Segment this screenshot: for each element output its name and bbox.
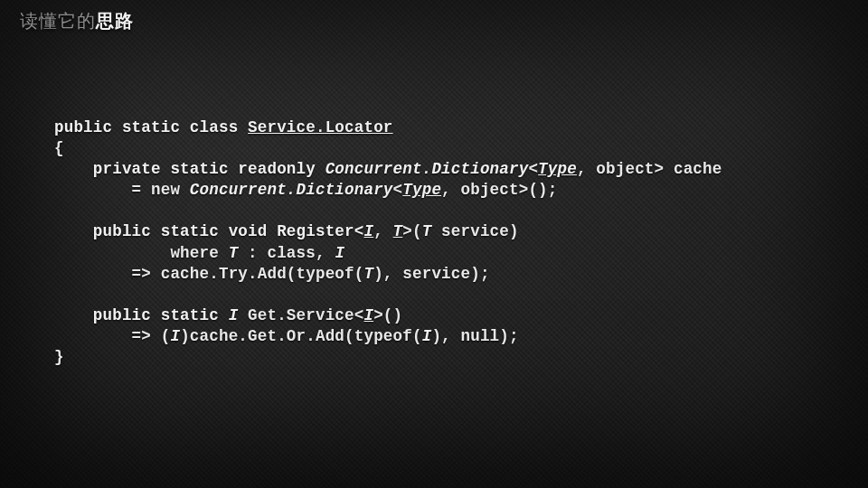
type: Concurrent.Dictionary xyxy=(326,160,529,178)
type: Concurrent.Dictionary xyxy=(190,181,393,199)
type-param: I xyxy=(363,222,373,240)
txt: )cache.Get.Or.Add(typeof( xyxy=(180,327,422,345)
type: I xyxy=(335,244,344,262)
type: T xyxy=(422,222,432,240)
txt: service) xyxy=(431,222,518,240)
punct: , xyxy=(373,222,392,240)
code-line-12: } xyxy=(54,348,64,366)
txt: ), service); xyxy=(373,265,489,283)
txt: => ( xyxy=(54,327,170,345)
txt: where xyxy=(54,244,229,262)
code-line-2: { xyxy=(54,139,64,157)
txt: => cache.Try.Add(typeof( xyxy=(54,265,363,283)
slide: 读懂它的思路 public static class Service.Locat… xyxy=(0,0,868,488)
code-line-3: private static readonly Concurrent.Dicti… xyxy=(54,160,722,178)
type: T xyxy=(363,265,373,283)
txt: : class, xyxy=(238,244,335,262)
txt: >() xyxy=(373,306,402,324)
code-line-4: = new Concurrent.Dictionary<Type, object… xyxy=(54,181,558,199)
kw: public static class xyxy=(54,118,248,136)
code-line-1: public static class Service.Locator xyxy=(54,118,393,136)
code-line-11: => (I)cache.Get.Or.Add(typeof(I), null); xyxy=(54,327,519,345)
punct: >( xyxy=(402,222,421,240)
type-param: Type xyxy=(538,160,577,178)
punct: < xyxy=(393,181,403,199)
code-block: public static class Service.Locator { pr… xyxy=(54,117,832,368)
txt: = new xyxy=(54,181,190,199)
slide-title: 读懂它的思路 xyxy=(20,9,134,33)
code-line-10: public static I Get.Service<I>() xyxy=(54,306,402,324)
code-line-6: public static void Register<I, T>(T serv… xyxy=(54,222,519,240)
txt: , object> cache xyxy=(577,160,722,178)
type: I xyxy=(422,327,432,345)
type: I xyxy=(170,327,180,345)
kw: private static readonly xyxy=(54,160,326,178)
type: T xyxy=(229,244,239,262)
txt: , object>(); xyxy=(441,181,557,199)
type: I xyxy=(229,306,239,324)
txt: ), null); xyxy=(431,327,518,345)
type-param: T xyxy=(393,222,403,240)
type-param: Type xyxy=(402,181,441,199)
type-param: I xyxy=(363,306,373,324)
class-name: Service.Locator xyxy=(248,118,393,136)
title-bright: 思路 xyxy=(96,11,134,31)
title-dim: 读懂它的 xyxy=(20,11,96,31)
code-line-7: where T : class, I xyxy=(54,244,344,262)
txt: Get.Service< xyxy=(238,306,363,324)
punct: < xyxy=(528,160,538,178)
kw: public static void Register< xyxy=(54,222,363,240)
code-line-8: => cache.Try.Add(typeof(T), service); xyxy=(54,265,490,283)
kw: public static xyxy=(54,306,229,324)
